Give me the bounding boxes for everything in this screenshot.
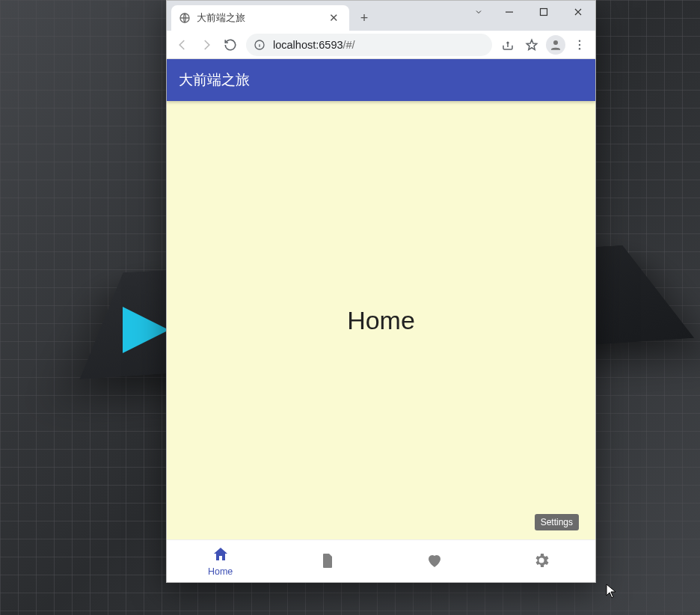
window-controls: [465, 1, 595, 25]
reload-button[interactable]: [219, 34, 242, 56]
app-body: Home Settings: [167, 101, 595, 539]
svg-rect-1: [506, 12, 513, 13]
kebab-menu-icon[interactable]: [568, 34, 591, 56]
nav-home-label: Home: [208, 567, 233, 577]
svg-point-7: [579, 40, 580, 41]
nav-home[interactable]: Home: [167, 540, 274, 582]
url-path: /#/: [343, 39, 355, 51]
nav-favorite[interactable]: [381, 540, 488, 582]
globe-icon: [179, 12, 191, 24]
app-viewport: 大前端之旅 Home Settings Home: [167, 59, 595, 582]
nav-settings[interactable]: [488, 540, 595, 582]
page-title: Home: [347, 306, 415, 335]
app-title: 大前端之旅: [179, 70, 250, 90]
minimize-button[interactable]: [492, 1, 526, 23]
url-host: localhost:: [273, 39, 319, 51]
browser-window: 大前端之旅 ✕ +: [166, 0, 596, 583]
gear-icon: [532, 551, 550, 572]
new-tab-button[interactable]: +: [354, 7, 375, 28]
home-icon: [212, 545, 230, 566]
url-port: 6593: [319, 39, 343, 51]
profile-avatar[interactable]: [546, 35, 565, 55]
heart-icon: [426, 551, 443, 572]
tab-title: 大前端之旅: [197, 12, 326, 25]
browser-titlebar: 大前端之旅 ✕ +: [167, 1, 595, 31]
bottom-nav: Home: [167, 539, 595, 582]
tab-close-icon[interactable]: ✕: [326, 11, 342, 25]
svg-rect-2: [541, 9, 547, 16]
browser-tab[interactable]: 大前端之旅 ✕: [171, 5, 349, 31]
site-info-icon[interactable]: [254, 39, 265, 51]
browser-toolbar: localhost:6593/#/: [167, 31, 595, 59]
svg-point-8: [579, 43, 580, 45]
nav-document[interactable]: [274, 540, 381, 582]
back-button[interactable]: [171, 34, 194, 56]
document-icon: [319, 551, 337, 572]
tooltip-settings: Settings: [535, 514, 579, 530]
share-icon[interactable]: [497, 34, 519, 56]
svg-point-6: [553, 40, 558, 45]
mouse-cursor-icon: [606, 584, 616, 599]
desktop-background: 大前端之旅 ✕ +: [0, 0, 700, 615]
bookmark-icon[interactable]: [521, 34, 543, 56]
svg-point-9: [579, 48, 580, 49]
app-header: 大前端之旅: [167, 59, 595, 101]
close-window-button[interactable]: [561, 1, 595, 23]
maximize-button[interactable]: [526, 1, 561, 23]
forward-button[interactable]: [195, 34, 218, 56]
address-bar[interactable]: localhost:6593/#/: [246, 34, 492, 56]
tabs-dropdown-icon[interactable]: [465, 1, 492, 23]
